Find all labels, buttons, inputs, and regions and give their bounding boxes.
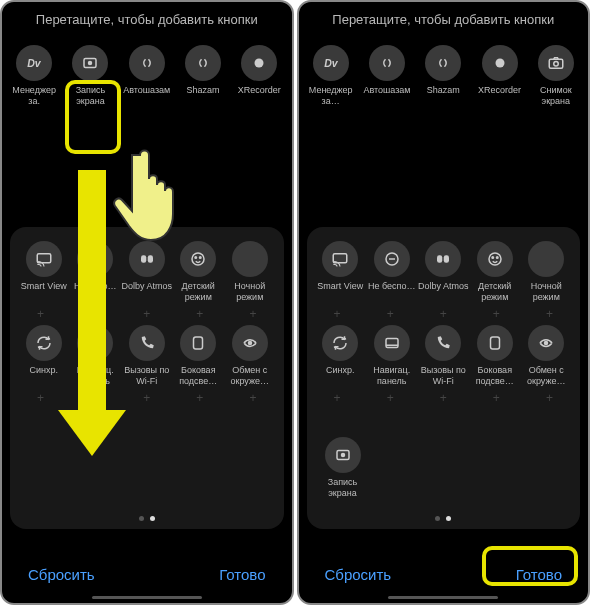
drop-slot[interactable]: + — [523, 391, 576, 405]
tile-label: Вызовы по Wi-Fi — [418, 365, 470, 387]
drop-slot[interactable]: + — [14, 307, 67, 321]
tile-label: Навигац. панель — [366, 365, 418, 387]
tile-label: XRecorder — [238, 85, 281, 107]
rec-dot-icon — [482, 45, 518, 81]
svg-point-23 — [492, 257, 494, 259]
reset-button[interactable]: Сбросить — [28, 566, 95, 583]
drop-slot[interactable]: + — [226, 307, 279, 321]
dnd-icon — [77, 241, 113, 277]
drop-slot[interactable]: + — [120, 391, 173, 405]
drop-slot[interactable]: + — [226, 391, 279, 405]
done-button[interactable]: Готово — [516, 566, 562, 583]
drop-slot[interactable]: + — [417, 391, 470, 405]
drop-slot[interactable]: + — [417, 307, 470, 321]
drop-slot[interactable]: + — [470, 391, 523, 405]
dot — [435, 516, 440, 521]
tile-label: Обмен с окруже… — [224, 365, 276, 387]
tile-label: Запись экрана — [62, 85, 118, 107]
svg-rect-11 — [89, 339, 101, 348]
tile-avtoshazam[interactable]: Автошазам — [359, 45, 415, 107]
tile-label: Обмен с окруже… — [521, 365, 573, 387]
drop-slot[interactable]: + — [364, 307, 417, 321]
svg-text:Dv: Dv — [324, 57, 339, 69]
drop-slot[interactable]: + — [67, 391, 120, 405]
tile-label: Dolby Atmos — [418, 281, 469, 303]
tile-zapis-ekrana[interactable]: Запись экрана — [315, 437, 371, 499]
svg-point-17 — [554, 62, 559, 67]
svg-rect-20 — [437, 255, 442, 263]
drop-slot[interactable]: + — [470, 307, 523, 321]
tile-label: Менеджер за. — [6, 85, 62, 107]
dev-icon: Dv — [16, 45, 52, 81]
phone-right: Перетащите, чтобы добавить кнопки DvМене… — [297, 0, 591, 605]
record-rect-icon — [325, 437, 361, 473]
tile-snimok[interactable]: Снимок экрана — [528, 45, 584, 107]
drop-slot[interactable]: + — [14, 391, 67, 405]
tile-label: Навигац. панель — [70, 365, 122, 387]
svg-rect-25 — [386, 339, 398, 348]
tile-label: Не беспо… — [368, 281, 415, 303]
svg-text:Dv: Dv — [27, 57, 42, 69]
tile-label: Автошазам — [363, 85, 410, 107]
drop-slot[interactable]: + — [311, 391, 364, 405]
tile-dolby[interactable]: Dolby Atmos — [418, 241, 470, 303]
quick-panel: Smart ViewНе беспо…Dolby AtmosДетский ре… — [307, 227, 581, 529]
tile-bokovaya[interactable]: Боковая подсве… — [173, 325, 225, 387]
tile-dolby[interactable]: Dolby Atmos — [121, 241, 173, 303]
tile-detskiy[interactable]: Детский режим — [173, 241, 225, 303]
tile-label: Детский режим — [173, 281, 225, 303]
drop-slot[interactable]: + — [173, 391, 226, 405]
tile-sinhr[interactable]: Синхр. — [18, 325, 70, 387]
tile-shazam[interactable]: Shazam — [415, 45, 471, 107]
dot — [139, 516, 144, 521]
tile-navigac[interactable]: Навигац. панель — [366, 325, 418, 387]
tile-obmen[interactable]: Обмен с окруже… — [224, 325, 276, 387]
tile-smartview[interactable]: Smart View — [315, 241, 367, 303]
dot-active — [446, 516, 451, 521]
tile-menedjer[interactable]: DvМенеджер за… — [303, 45, 359, 107]
drop-slot[interactable]: + — [311, 307, 364, 321]
drop-slot[interactable]: + — [120, 307, 173, 321]
svg-point-3 — [255, 59, 264, 68]
tile-sinhr[interactable]: Синхр. — [315, 325, 367, 387]
tile-vyzovy-wifi[interactable]: Вызовы по Wi-Fi — [418, 325, 470, 387]
drop-slot[interactable]: + — [364, 391, 417, 405]
tile-shazam[interactable]: Shazam — [175, 45, 231, 107]
svg-point-10 — [200, 257, 202, 259]
dolby-icon — [425, 241, 461, 277]
svg-rect-6 — [141, 255, 146, 263]
dnd-icon — [374, 241, 410, 277]
tile-smartview[interactable]: Smart View — [18, 241, 70, 303]
drop-slot[interactable]: + — [67, 307, 120, 321]
navbar-icon — [77, 325, 113, 361]
tile-label: Dolby Atmos — [121, 281, 172, 303]
tile-label: Менеджер за… — [303, 85, 359, 107]
tile-ne-bespo[interactable]: Н беспо… — [70, 241, 122, 303]
tile-zapis-ekrana[interactable]: Запись экрана — [62, 45, 118, 107]
tile-nochnoy[interactable]: Ночной режим — [224, 241, 276, 303]
svg-point-9 — [195, 257, 197, 259]
tile-ne-bespo[interactable]: Не беспо… — [366, 241, 418, 303]
tile-nochnoy[interactable]: Ночной режим — [521, 241, 573, 303]
nav-bar — [299, 596, 589, 599]
tile-label: Запись экрана — [315, 477, 371, 499]
shazam-icon — [185, 45, 221, 81]
phone-left: Перетащите, чтобы добавить кнопки DvМене… — [0, 0, 294, 605]
tile-navigac[interactable]: Навигац. панель — [70, 325, 122, 387]
drop-slot[interactable]: + — [173, 307, 226, 321]
tile-detskiy[interactable]: Детский режим — [469, 241, 521, 303]
tile-bokovaya[interactable]: Боковая подсве… — [469, 325, 521, 387]
tile-obmen[interactable]: Обмен с окруже… — [521, 325, 573, 387]
tile-vyzovy-wifi[interactable]: Вызовы по Wi-Fi — [121, 325, 173, 387]
tile-xrecorder[interactable]: XRecorder — [472, 45, 528, 107]
done-button[interactable]: Готово — [219, 566, 265, 583]
moon-icon — [232, 241, 268, 277]
page-dots — [307, 516, 581, 521]
drop-slot[interactable]: + — [523, 307, 576, 321]
reset-button[interactable]: Сбросить — [325, 566, 392, 583]
tile-label: Shazam — [427, 85, 460, 107]
tile-avtoshazam[interactable]: Автошазам — [119, 45, 175, 107]
tile-menedjer[interactable]: DvМенеджер за. — [6, 45, 62, 107]
tile-xrecorder[interactable]: XRecorder — [231, 45, 287, 107]
edge-icon — [477, 325, 513, 361]
